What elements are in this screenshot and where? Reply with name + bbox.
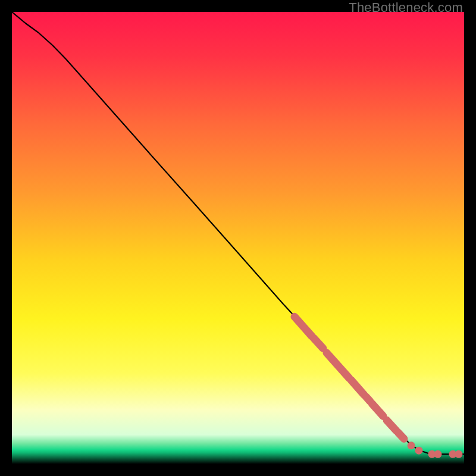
chart-stage: TheBottleneck.com: [0, 0, 476, 476]
watermark-text: TheBottleneck.com: [349, 0, 463, 15]
marker-dot: [408, 441, 415, 449]
marker-segment: [398, 433, 404, 439]
marker-dot: [455, 450, 462, 458]
plot-background: [12, 12, 464, 464]
marker-dot: [415, 447, 423, 455]
bottleneck-curve-plot: [12, 12, 464, 464]
marker-dot: [434, 450, 441, 458]
